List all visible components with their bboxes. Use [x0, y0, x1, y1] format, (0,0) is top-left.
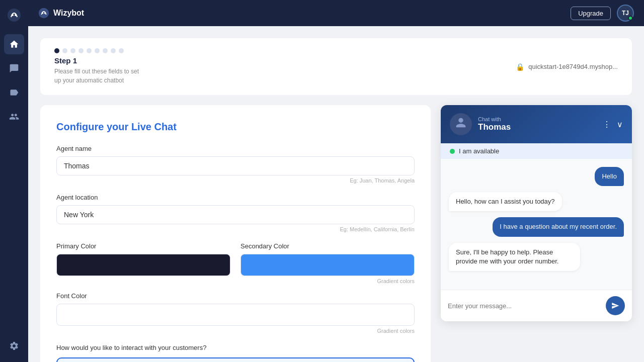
agent-name-label: Agent name: [56, 145, 415, 152]
step-label: Step 1: [54, 56, 139, 65]
chat-agent-name: Thomas: [478, 122, 597, 132]
sidebar-item-chat[interactable]: [4, 58, 24, 78]
message-bubble-outgoing-1: Hello: [595, 167, 624, 186]
send-button[interactable]: [606, 296, 625, 315]
chat-avatar-icon: [454, 116, 468, 133]
chat-preview: Chat with Thomas ⋮ ∨ I am available Hell…: [441, 105, 632, 321]
svg-point-2: [15, 14, 17, 16]
lock-icon: 🔒: [516, 63, 524, 71]
font-color-label: Font Color: [56, 292, 415, 300]
font-color-group: Font Color Gradient colors: [56, 292, 415, 334]
step-dot-7: [103, 48, 108, 53]
step-dot-1: [54, 48, 59, 53]
secondary-color-group: Secondary Color: [240, 242, 415, 276]
chat-actions: ⋮ ∨: [603, 120, 623, 129]
topbar: Wizybot Upgrade TJ: [28, 0, 644, 26]
gradient-hint-1: Gradient colors: [56, 278, 415, 284]
sidebar-item-settings[interactable]: [4, 336, 24, 356]
message-bubble-outgoing-2: I have a question about my recent order.: [493, 217, 624, 236]
agent-location-group: Agent location Eg: Medellín, California,…: [56, 194, 415, 232]
sidebar: [0, 0, 28, 362]
primary-color-swatch[interactable]: [56, 254, 230, 276]
svg-point-4: [42, 12, 43, 14]
chat-info: Chat with Thomas: [478, 116, 597, 132]
svg-point-1: [12, 14, 14, 16]
topbar-right: Upgrade TJ: [571, 5, 634, 22]
form-title: Configure your Live Chat: [56, 121, 415, 133]
step-dot-4: [78, 48, 84, 53]
step-dot-5: [87, 48, 92, 53]
agent-name-input[interactable]: [56, 156, 415, 175]
sidebar-item-home[interactable]: [4, 34, 24, 54]
step-dot-2: [62, 48, 67, 53]
interaction-section: How would you like to interact with your…: [56, 344, 415, 362]
message-bubble-incoming-1: Hello, how can I assist you today?: [449, 192, 562, 211]
secondary-color-label: Secondary Color: [240, 242, 415, 250]
site-url: quickstart-1e8749d4.myshop...: [528, 63, 618, 70]
step-dot-3: [70, 48, 75, 53]
agent-location-label: Agent location: [56, 194, 415, 201]
primary-color-label: Primary Color: [56, 242, 230, 250]
message-row-2: Hello, how can I assist you today?: [449, 192, 624, 211]
chat-message-input[interactable]: [448, 302, 601, 310]
content-grid: Configure your Live Chat Agent name Eg: …: [40, 105, 632, 362]
step-info: Step 1 Please fill out these fields to s…: [54, 48, 139, 85]
user-avatar[interactable]: TJ: [617, 5, 634, 22]
step-dot-8: [111, 48, 116, 53]
chat-input-bar: [441, 290, 632, 321]
available-text: I am available: [459, 147, 499, 155]
upgrade-button[interactable]: Upgrade: [571, 7, 611, 20]
color-row: Primary Color Secondary Color: [56, 242, 415, 276]
gradient-hint-2: Gradient colors: [56, 328, 415, 334]
step-dot-9: [119, 48, 124, 53]
secondary-color-swatch[interactable]: [240, 254, 415, 276]
message-row-3: I have a question about my recent order.: [449, 217, 624, 236]
step-description: Please fill out these fields to set up y…: [54, 67, 139, 85]
chat-with-label: Chat with: [478, 116, 597, 122]
chevron-down-icon[interactable]: ∨: [617, 120, 623, 129]
svg-point-0: [8, 9, 21, 22]
app-logo: Wizybot: [38, 8, 84, 19]
svg-point-3: [39, 8, 49, 18]
step-dots: [54, 48, 139, 53]
message-row-4: Sure, I'll be happy to help. Please prov…: [449, 243, 624, 271]
message-bubble-incoming-2: Sure, I'll be happy to help. Please prov…: [449, 243, 580, 271]
chat-header: Chat with Thomas ⋮ ∨: [441, 105, 632, 143]
primary-color-group: Primary Color: [56, 242, 230, 276]
step-header: Step 1 Please fill out these fields to s…: [40, 38, 632, 95]
more-icon[interactable]: ⋮: [603, 120, 611, 129]
form-card: Configure your Live Chat Agent name Eg: …: [40, 105, 431, 362]
available-dot: [450, 149, 455, 154]
font-color-swatch[interactable]: [56, 304, 415, 326]
option-card[interactable]: Send them a discount code when the custo…: [56, 357, 415, 362]
sidebar-item-tags[interactable]: [4, 82, 24, 103]
sidebar-item-users[interactable]: [4, 107, 24, 127]
interaction-label: How would you like to interact with your…: [56, 344, 415, 351]
step-site: 🔒 quickstart-1e8749d4.myshop...: [516, 63, 618, 71]
main-content: Step 1 Please fill out these fields to s…: [28, 26, 644, 362]
agent-location-hint: Eg: Medellín, California, Berlín: [56, 226, 415, 232]
svg-point-5: [44, 12, 46, 14]
chat-agent-avatar: [450, 113, 472, 135]
message-row-1: Hello: [449, 167, 624, 186]
preview-panel: Chat with Thomas ⋮ ∨ I am available Hell…: [441, 105, 632, 362]
app-name: Wizybot: [53, 9, 84, 18]
available-bar: I am available: [441, 143, 632, 159]
step-dot-6: [95, 48, 100, 53]
online-indicator: [628, 16, 633, 21]
agent-name-group: Agent name Eg: Juan, Thomas, Angela: [56, 145, 415, 184]
chat-messages: Hello Hello, how can I assist you today?…: [441, 159, 632, 290]
agent-location-input[interactable]: [56, 205, 415, 224]
agent-name-hint: Eg: Juan, Thomas, Angela: [56, 177, 415, 184]
logo-icon: [5, 6, 23, 24]
